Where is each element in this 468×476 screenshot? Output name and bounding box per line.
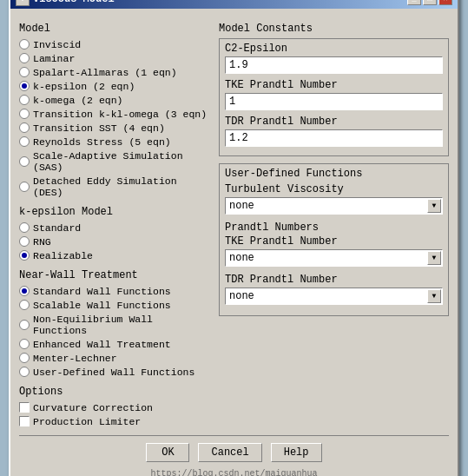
radio-laminar[interactable]: Laminar <box>19 52 210 65</box>
radio-menter-lechner-input[interactable] <box>19 353 30 363</box>
checkbox-curvature-label: Curvature Correction <box>33 402 153 413</box>
radio-sas-input[interactable] <box>19 156 30 167</box>
maximize-button[interactable]: □ <box>423 0 437 5</box>
radio-rng-label: RNG <box>33 236 51 248</box>
title-bar-left: V Viscous Model <box>16 0 115 6</box>
radio-enhanced-wall-input[interactable] <box>19 339 30 349</box>
radio-inviscid-input[interactable] <box>19 39 30 50</box>
udf-section: User-Defined Functions Turbulent Viscosi… <box>219 163 449 316</box>
radio-rng[interactable]: RNG <box>19 235 210 248</box>
c2-epsilon-label: C2-Epsilon <box>225 43 443 55</box>
options-checkbox-group: Curvature Correction Production Limiter <box>19 401 210 428</box>
radio-des[interactable]: Detached Eddy Simulation (DES) <box>19 175 210 199</box>
prandtl-numbers-label: Prandtl Numbers <box>225 221 443 234</box>
radio-realizable-input[interactable] <box>19 250 30 261</box>
checkbox-production-limiter-input[interactable] <box>19 416 30 426</box>
checkbox-production-limiter-label: Production Limiter <box>33 416 141 427</box>
radio-enhanced-wall-label: Enhanced Wall Treatment <box>33 339 171 350</box>
radio-transition-sst-label: Transition SST (4 eqn) <box>33 122 165 134</box>
radio-scalable-wall-label: Scalable Wall Functions <box>33 300 171 311</box>
radio-standard-label: Standard <box>33 222 81 234</box>
tke-prandtl-label: TKE Prandtl Number <box>225 79 443 91</box>
radio-des-input[interactable] <box>19 182 30 192</box>
radio-transition-sst-input[interactable] <box>19 122 30 133</box>
radio-sas[interactable]: Scale-Adaptive Simulation (SAS) <box>19 149 210 174</box>
radio-laminar-label: Laminar <box>33 53 75 64</box>
radio-kepsilon-input[interactable] <box>19 81 30 91</box>
turbulent-viscosity-label: Turbulent Viscosity <box>225 183 443 195</box>
radio-scalable-wall-input[interactable] <box>19 300 30 310</box>
radio-nonequilibrium-wall-input[interactable] <box>19 320 30 330</box>
window-title: Viscous Model <box>33 0 115 5</box>
ok-button[interactable]: OK <box>146 443 189 462</box>
close-button[interactable]: ✕ <box>438 0 452 5</box>
bottom-bar: OK Cancel Help <box>19 435 449 469</box>
radio-komega-input[interactable] <box>19 95 30 105</box>
radio-transition-kklomega[interactable]: Transition k-kl-omega (3 eqn) <box>19 108 210 121</box>
radio-nonequilibrium-wall[interactable]: Non-Equilibrium Wall Functions <box>19 313 210 337</box>
radio-standard[interactable]: Standard <box>19 221 210 235</box>
title-buttons: _ □ ✕ <box>407 0 452 5</box>
radio-des-label: Detached Eddy Simulation (DES) <box>33 175 210 198</box>
help-button[interactable]: Help <box>271 443 322 462</box>
two-column-layout: Model Inviscid Laminar Spalart-Allmar <box>19 16 449 428</box>
radio-user-defined-wall[interactable]: User-Defined Wall Functions <box>19 366 210 379</box>
checkbox-production-limiter[interactable]: Production Limiter <box>19 415 210 428</box>
udf-title: User-Defined Functions <box>225 168 443 180</box>
radio-inviscid-label: Inviscid <box>33 39 81 50</box>
c2-epsilon-input[interactable] <box>225 56 443 74</box>
udf-tke-prandtl-dropdown-container: none ▼ <box>225 249 443 267</box>
right-column: Model Constants C2-Epsilon TKE Prandtl N… <box>219 16 449 428</box>
title-bar: V Viscous Model _ □ ✕ <box>10 0 458 9</box>
radio-kepsilon[interactable]: k-epsilon (2 eqn) <box>19 80 210 93</box>
window-icon: V <box>16 0 30 6</box>
radio-user-defined-wall-input[interactable] <box>19 367 30 377</box>
udf-tdr-prandtl-dropdown-container: none ▼ <box>225 288 443 305</box>
radio-spalart[interactable]: Spalart-Allmaras (1 eqn) <box>19 66 210 79</box>
viscous-model-window: V Viscous Model _ □ ✕ Model Inviscid <box>9 0 459 476</box>
near-wall-section: Near-Wall Treatment Standard Wall Functi… <box>19 269 210 379</box>
radio-scalable-wall[interactable]: Scalable Wall Functions <box>19 299 210 312</box>
watermark: https://blog.csdn.net/maiguanhua <box>19 469 449 477</box>
radio-spalart-input[interactable] <box>19 67 30 77</box>
model-section-title: Model <box>19 23 210 35</box>
prandtl-section: Prandtl Numbers TKE Prandtl Number none … <box>225 221 443 305</box>
minimize-button[interactable]: _ <box>407 0 421 5</box>
radio-menter-lechner-label: Menter-Lechner <box>33 353 117 364</box>
main-content: Model Inviscid Laminar Spalart-Allmar <box>10 9 458 477</box>
kepsilon-section-title: k-epsilon Model <box>19 206 210 218</box>
options-section-title: Options <box>19 386 210 398</box>
radio-realizable[interactable]: Realizable <box>19 249 210 262</box>
udf-tke-prandtl-label: TKE Prandtl Number <box>225 235 443 248</box>
radio-reynolds-stress[interactable]: Reynolds Stress (5 eqn) <box>19 136 210 149</box>
kepsilon-radio-group: Standard RNG Realizable <box>19 221 210 262</box>
model-section: Model Inviscid Laminar Spalart-Allmar <box>19 23 210 199</box>
udf-tke-prandtl-dropdown[interactable]: none <box>225 249 443 267</box>
turbulent-viscosity-dropdown-container: none ▼ <box>225 197 443 215</box>
kepsilon-model-section: k-epsilon Model Standard RNG Realizab <box>19 206 210 262</box>
radio-enhanced-wall[interactable]: Enhanced Wall Treatment <box>19 338 210 351</box>
radio-nonequilibrium-wall-label: Non-Equilibrium Wall Functions <box>33 314 210 336</box>
tke-prandtl-input[interactable] <box>225 93 443 110</box>
radio-transition-kklomega-input[interactable] <box>19 109 30 119</box>
checkbox-curvature[interactable]: Curvature Correction <box>19 401 210 414</box>
radio-standard-wall[interactable]: Standard Wall Functions <box>19 285 210 298</box>
radio-user-defined-wall-label: User-Defined Wall Functions <box>33 367 194 378</box>
radio-inviscid[interactable]: Inviscid <box>19 38 210 51</box>
radio-komega-label: k-omega (2 eqn) <box>33 95 123 106</box>
radio-standard-wall-input[interactable] <box>19 286 30 296</box>
udf-tdr-prandtl-dropdown[interactable]: none <box>225 288 443 305</box>
radio-rng-input[interactable] <box>19 236 30 247</box>
radio-menter-lechner[interactable]: Menter-Lechner <box>19 352 210 365</box>
options-section: Options Curvature Correction Production … <box>19 386 210 428</box>
tdr-prandtl-input[interactable] <box>225 129 443 147</box>
radio-standard-wall-label: Standard Wall Functions <box>33 286 171 297</box>
radio-laminar-input[interactable] <box>19 53 30 63</box>
checkbox-curvature-input[interactable] <box>19 402 30 413</box>
radio-reynolds-stress-input[interactable] <box>19 136 30 147</box>
cancel-button[interactable]: Cancel <box>198 443 261 462</box>
radio-standard-input[interactable] <box>19 222 30 233</box>
radio-transition-sst[interactable]: Transition SST (4 eqn) <box>19 122 210 135</box>
radio-komega[interactable]: k-omega (2 eqn) <box>19 94 210 107</box>
turbulent-viscosity-dropdown[interactable]: none <box>225 197 443 215</box>
